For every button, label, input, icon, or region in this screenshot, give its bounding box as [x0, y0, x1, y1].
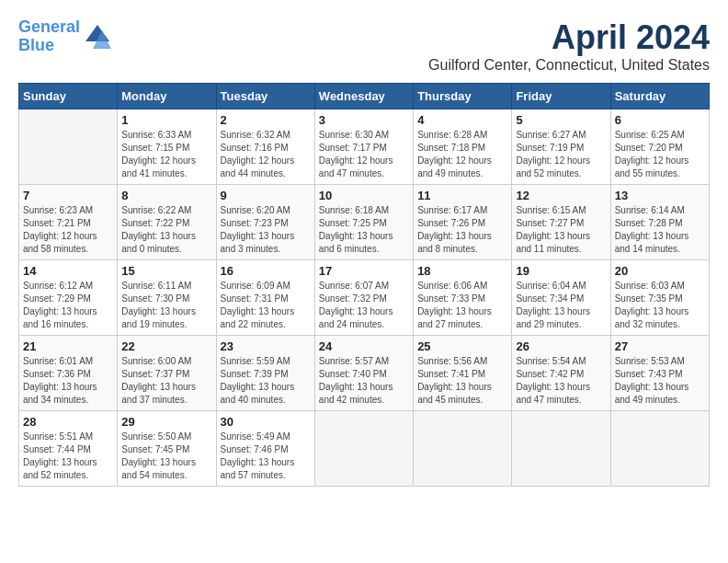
calendar-cell: 6Sunrise: 6:25 AMSunset: 7:20 PMDaylight…	[610, 109, 709, 185]
calendar-cell: 13Sunrise: 6:14 AMSunset: 7:28 PMDayligh…	[610, 185, 709, 260]
day-info: Sunrise: 6:14 AMSunset: 7:28 PMDaylight:…	[615, 204, 705, 256]
day-number: 21	[23, 339, 113, 353]
day-info: Sunrise: 6:15 AMSunset: 7:27 PMDaylight:…	[516, 204, 606, 256]
column-header-sunday: Sunday	[19, 84, 118, 109]
calendar-cell: 26Sunrise: 5:54 AMSunset: 7:42 PMDayligh…	[512, 336, 610, 411]
calendar-cell: 4Sunrise: 6:28 AMSunset: 7:18 PMDaylight…	[414, 109, 512, 185]
day-info: Sunrise: 6:17 AMSunset: 7:26 PMDaylight:…	[417, 204, 507, 256]
day-info: Sunrise: 5:56 AMSunset: 7:41 PMDaylight:…	[417, 355, 507, 407]
day-info: Sunrise: 5:51 AMSunset: 7:44 PMDaylight:…	[23, 431, 113, 482]
day-info: Sunrise: 6:22 AMSunset: 7:22 PMDaylight:…	[121, 204, 211, 256]
calendar-cell: 7Sunrise: 6:23 AMSunset: 7:21 PMDaylight…	[19, 185, 118, 260]
month-title: April 2024	[428, 18, 710, 57]
day-info: Sunrise: 6:12 AMSunset: 7:29 PMDaylight:…	[23, 280, 113, 331]
calendar-cell: 17Sunrise: 6:07 AMSunset: 7:32 PMDayligh…	[314, 260, 413, 336]
calendar-cell: 15Sunrise: 6:11 AMSunset: 7:30 PMDayligh…	[118, 260, 216, 336]
day-info: Sunrise: 6:00 AMSunset: 7:37 PMDaylight:…	[121, 355, 211, 407]
day-number: 9	[221, 189, 311, 202]
column-header-thursday: Thursday	[414, 84, 512, 109]
logo-text: GeneralBlue	[18, 18, 80, 55]
day-info: Sunrise: 6:23 AMSunset: 7:21 PMDaylight:…	[23, 204, 113, 256]
calendar-cell	[19, 109, 118, 185]
calendar-week-row: 14Sunrise: 6:12 AMSunset: 7:29 PMDayligh…	[19, 260, 710, 336]
page-header: GeneralBlue April 2024 Guilford Center, …	[18, 18, 710, 74]
day-info: Sunrise: 6:25 AMSunset: 7:20 PMDaylight:…	[615, 129, 705, 180]
calendar-header-row: SundayMondayTuesdayWednesdayThursdayFrid…	[19, 84, 710, 109]
calendar-cell: 9Sunrise: 6:20 AMSunset: 7:23 PMDaylight…	[216, 185, 314, 260]
calendar-week-row: 21Sunrise: 6:01 AMSunset: 7:36 PMDayligh…	[19, 336, 710, 411]
day-info: Sunrise: 6:07 AMSunset: 7:32 PMDaylight:…	[319, 280, 409, 331]
calendar-cell: 5Sunrise: 6:27 AMSunset: 7:19 PMDaylight…	[512, 109, 610, 185]
day-info: Sunrise: 5:50 AMSunset: 7:45 PMDaylight:…	[121, 431, 211, 482]
calendar-table: SundayMondayTuesdayWednesdayThursdayFrid…	[18, 83, 710, 487]
day-info: Sunrise: 6:20 AMSunset: 7:23 PMDaylight:…	[221, 204, 311, 256]
day-number: 11	[417, 189, 507, 202]
calendar-cell: 20Sunrise: 6:03 AMSunset: 7:35 PMDayligh…	[610, 260, 709, 336]
calendar-cell: 25Sunrise: 5:56 AMSunset: 7:41 PMDayligh…	[414, 336, 512, 411]
day-number: 15	[121, 264, 211, 278]
day-number: 20	[615, 264, 705, 278]
calendar-cell: 14Sunrise: 6:12 AMSunset: 7:29 PMDayligh…	[19, 260, 118, 336]
day-info: Sunrise: 5:59 AMSunset: 7:39 PMDaylight:…	[221, 355, 311, 407]
day-number: 29	[121, 415, 211, 429]
day-info: Sunrise: 6:18 AMSunset: 7:25 PMDaylight:…	[319, 204, 409, 256]
calendar-cell: 27Sunrise: 5:53 AMSunset: 7:43 PMDayligh…	[610, 336, 709, 411]
day-number: 26	[516, 339, 606, 353]
calendar-cell: 28Sunrise: 5:51 AMSunset: 7:44 PMDayligh…	[19, 411, 118, 487]
calendar-cell: 16Sunrise: 6:09 AMSunset: 7:31 PMDayligh…	[216, 260, 314, 336]
column-header-friday: Friday	[512, 84, 610, 109]
calendar-cell: 8Sunrise: 6:22 AMSunset: 7:22 PMDaylight…	[118, 185, 216, 260]
day-info: Sunrise: 5:49 AMSunset: 7:46 PMDaylight:…	[221, 431, 311, 482]
day-number: 17	[319, 264, 409, 278]
day-number: 8	[121, 189, 211, 202]
calendar-week-row: 28Sunrise: 5:51 AMSunset: 7:44 PMDayligh…	[19, 411, 710, 487]
day-number: 28	[23, 415, 113, 429]
column-header-tuesday: Tuesday	[216, 84, 314, 109]
calendar-cell: 1Sunrise: 6:33 AMSunset: 7:15 PMDaylight…	[118, 109, 216, 185]
calendar-cell: 12Sunrise: 6:15 AMSunset: 7:27 PMDayligh…	[512, 185, 610, 260]
day-number: 30	[221, 415, 311, 429]
day-info: Sunrise: 6:01 AMSunset: 7:36 PMDaylight:…	[23, 355, 113, 407]
calendar-cell: 19Sunrise: 6:04 AMSunset: 7:34 PMDayligh…	[512, 260, 610, 336]
day-info: Sunrise: 5:57 AMSunset: 7:40 PMDaylight:…	[319, 355, 409, 407]
day-number: 3	[319, 113, 409, 127]
day-number: 24	[319, 339, 409, 353]
day-info: Sunrise: 5:54 AMSunset: 7:42 PMDaylight:…	[516, 355, 606, 407]
day-number: 4	[417, 113, 507, 127]
day-number: 27	[615, 339, 705, 353]
day-number: 10	[319, 189, 409, 202]
day-number: 22	[121, 339, 211, 353]
day-number: 18	[417, 264, 507, 278]
day-info: Sunrise: 6:09 AMSunset: 7:31 PMDaylight:…	[221, 280, 311, 331]
column-header-monday: Monday	[118, 84, 216, 109]
day-info: Sunrise: 6:32 AMSunset: 7:16 PMDaylight:…	[221, 129, 311, 180]
calendar-cell: 29Sunrise: 5:50 AMSunset: 7:45 PMDayligh…	[118, 411, 216, 487]
column-header-saturday: Saturday	[610, 84, 709, 109]
day-info: Sunrise: 5:53 AMSunset: 7:43 PMDaylight:…	[615, 355, 705, 407]
column-header-wednesday: Wednesday	[314, 84, 413, 109]
calendar-cell: 24Sunrise: 5:57 AMSunset: 7:40 PMDayligh…	[314, 336, 413, 411]
calendar-cell: 11Sunrise: 6:17 AMSunset: 7:26 PMDayligh…	[414, 185, 512, 260]
day-info: Sunrise: 6:11 AMSunset: 7:30 PMDaylight:…	[121, 280, 211, 331]
day-number: 12	[516, 189, 606, 202]
title-area: April 2024 Guilford Center, Connecticut,…	[428, 18, 710, 74]
calendar-cell: 21Sunrise: 6:01 AMSunset: 7:36 PMDayligh…	[19, 336, 118, 411]
calendar-cell	[610, 411, 709, 487]
day-number: 6	[615, 113, 705, 127]
day-number: 5	[516, 113, 606, 127]
day-info: Sunrise: 6:06 AMSunset: 7:33 PMDaylight:…	[417, 280, 507, 331]
day-number: 2	[221, 113, 311, 127]
calendar-week-row: 7Sunrise: 6:23 AMSunset: 7:21 PMDaylight…	[19, 185, 710, 260]
location-title: Guilford Center, Connecticut, United Sta…	[428, 57, 710, 74]
day-number: 1	[121, 113, 211, 127]
day-info: Sunrise: 6:28 AMSunset: 7:18 PMDaylight:…	[417, 129, 507, 180]
day-number: 16	[221, 264, 311, 278]
calendar-cell: 18Sunrise: 6:06 AMSunset: 7:33 PMDayligh…	[414, 260, 512, 336]
day-number: 23	[221, 339, 311, 353]
day-number: 25	[417, 339, 507, 353]
day-info: Sunrise: 6:33 AMSunset: 7:15 PMDaylight:…	[121, 129, 211, 180]
logo-icon	[84, 23, 111, 51]
day-info: Sunrise: 6:30 AMSunset: 7:17 PMDaylight:…	[319, 129, 409, 180]
day-number: 14	[23, 264, 113, 278]
calendar-cell	[414, 411, 512, 487]
